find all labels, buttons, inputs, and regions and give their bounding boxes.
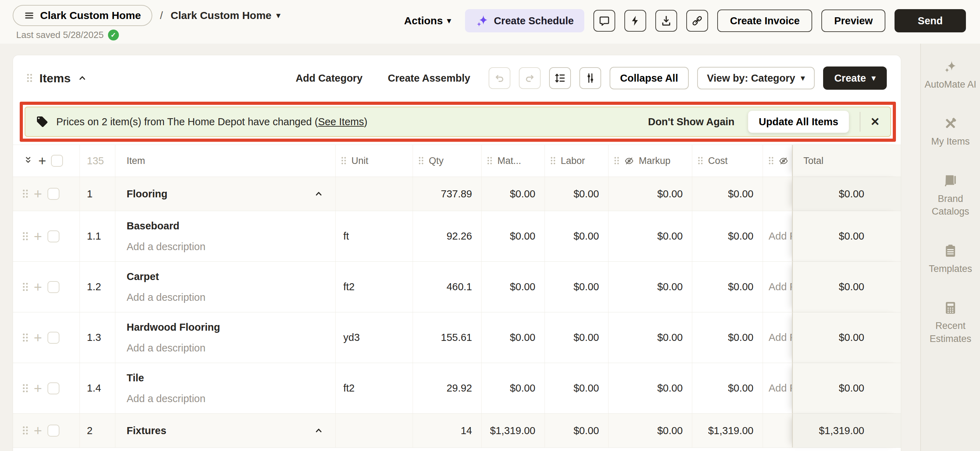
add-row-icon[interactable]: + (34, 381, 42, 395)
drag-handle-icon[interactable] (614, 157, 619, 165)
qty-cell[interactable]: 155.61 (413, 312, 482, 363)
redo-button[interactable] (519, 67, 541, 89)
create-schedule-button[interactable]: Create Schedule (465, 9, 584, 32)
drag-handle-icon[interactable] (551, 157, 556, 165)
drag-handle-icon[interactable] (27, 74, 32, 82)
cost-cell[interactable]: $0.00 (692, 211, 763, 261)
markup-cell[interactable]: $0.00 (609, 177, 692, 211)
collapse-section-icon[interactable] (78, 73, 87, 83)
price-cell[interactable]: Add Price (763, 363, 792, 413)
item-name[interactable]: Tile (127, 372, 144, 384)
material-cell[interactable]: $0.00 (482, 177, 545, 211)
create-invoice-button[interactable]: Create Invoice (717, 10, 812, 32)
collapse-all-button[interactable]: Collapse All (609, 67, 689, 89)
sidebar-item-recent-estimates[interactable]: Recent Estimates (922, 300, 978, 345)
column-header-qty[interactable]: Qty (413, 145, 482, 177)
expand-all-icon[interactable] (23, 156, 33, 166)
labor-cell[interactable]: $0.00 (545, 414, 609, 448)
labor-cell[interactable]: $0.00 (545, 177, 609, 211)
add-row-icon[interactable]: + (34, 280, 42, 294)
drag-handle-icon[interactable] (23, 384, 28, 393)
markup-cell[interactable]: $0.00 (609, 262, 692, 312)
row-checkbox[interactable] (48, 382, 59, 394)
drag-handle-icon[interactable] (23, 232, 28, 241)
view-by-select[interactable]: View by: Category ▾ (697, 67, 815, 89)
unit-cell[interactable]: ft2 (336, 363, 413, 413)
item-description[interactable]: Add a description (127, 292, 335, 303)
price-cell[interactable]: Add Price (763, 262, 792, 312)
qty-cell[interactable]: 737.89 (413, 177, 482, 211)
filter-button[interactable] (579, 67, 601, 89)
material-cell[interactable]: $0.00 (482, 363, 545, 413)
markup-cell[interactable]: $0.00 (609, 312, 692, 363)
column-header-cost[interactable]: Cost (692, 145, 763, 177)
cost-cell[interactable]: $0.00 (692, 177, 763, 211)
download-button[interactable] (655, 10, 677, 32)
update-all-items-button[interactable]: Update All Items (748, 110, 849, 133)
unit-cell[interactable]: yd3 (336, 312, 413, 363)
create-assembly-button[interactable]: Create Assembly (388, 72, 470, 84)
column-header-item[interactable]: Item (115, 145, 336, 177)
sidebar-item-my-items[interactable]: My Items (922, 116, 978, 148)
labor-cell[interactable]: $0.00 (545, 312, 609, 363)
collapse-caret-icon[interactable] (314, 426, 323, 435)
material-cell[interactable]: $1,319.00 (482, 414, 545, 448)
undo-button[interactable] (488, 67, 511, 89)
cost-cell[interactable]: $1,319.00 (692, 414, 763, 448)
see-items-link[interactable]: See Items (318, 116, 364, 127)
item-name[interactable]: Carpet (127, 271, 159, 282)
add-row-icon[interactable]: + (34, 229, 42, 244)
sidebar-item-templates[interactable]: Templates (922, 244, 978, 275)
create-button[interactable]: Create ▾ (823, 67, 887, 90)
actions-button[interactable]: Actions ▾ (404, 15, 451, 27)
material-cell[interactable]: $0.00 (482, 211, 545, 261)
sidebar-item-automate-ai[interactable]: AutoMate AI (922, 59, 978, 91)
drag-handle-icon[interactable] (769, 157, 774, 165)
row-checkbox[interactable] (48, 281, 59, 293)
cost-cell[interactable]: $0.00 (692, 363, 763, 413)
column-header-price[interactable] (763, 145, 792, 177)
breadcrumb[interactable]: Clark Custom Home ▾ (170, 10, 280, 21)
qty-cell[interactable]: 92.26 (413, 211, 482, 261)
cost-cell[interactable]: $0.00 (692, 312, 763, 363)
drag-handle-icon[interactable] (23, 333, 28, 342)
column-header-markup[interactable]: Markup (609, 145, 692, 177)
qty-cell[interactable]: 14 (413, 414, 482, 448)
row-checkbox[interactable] (48, 425, 59, 437)
add-item-header-icon[interactable]: + (38, 154, 46, 167)
project-menu-pill[interactable]: Clark Custom Home (13, 5, 152, 26)
comments-button[interactable] (593, 10, 615, 32)
preview-button[interactable]: Preview (821, 10, 885, 32)
item-description[interactable]: Add a description (127, 342, 335, 354)
automation-button[interactable] (624, 10, 646, 32)
material-cell[interactable]: $0.00 (482, 262, 545, 312)
drag-handle-icon[interactable] (23, 283, 28, 291)
item-description[interactable]: Add a description (127, 241, 335, 253)
item-name[interactable]: Flooring (127, 188, 167, 200)
qty-cell[interactable]: 29.92 (413, 363, 482, 413)
item-description[interactable]: Add a description (127, 393, 335, 405)
labor-cell[interactable]: $0.00 (545, 262, 609, 312)
send-button[interactable]: Send (894, 9, 966, 32)
close-icon[interactable]: ✕ (870, 116, 880, 127)
item-name[interactable]: Fixtures (127, 425, 166, 437)
markup-cell[interactable]: $0.00 (609, 363, 692, 413)
price-cell[interactable] (763, 414, 792, 448)
labor-cell[interactable]: $0.00 (545, 363, 609, 413)
unit-cell[interactable]: ft2 (336, 262, 413, 312)
unit-cell[interactable] (336, 177, 413, 211)
add-row-icon[interactable]: + (34, 187, 42, 201)
column-header-total[interactable]: Total (792, 145, 901, 177)
price-cell[interactable]: Add Price (763, 211, 792, 261)
column-header-labor[interactable]: Labor (545, 145, 609, 177)
cost-cell[interactable]: $0.00 (692, 262, 763, 312)
add-row-icon[interactable]: + (34, 424, 42, 438)
markup-cell[interactable]: $0.00 (609, 211, 692, 261)
sidebar-item-brand-catalogs[interactable]: Brand Catalogs (922, 174, 978, 218)
row-height-button[interactable] (549, 67, 571, 89)
add-category-button[interactable]: Add Category (296, 72, 362, 84)
markup-cell[interactable]: $0.00 (609, 414, 692, 448)
drag-handle-icon[interactable] (419, 157, 424, 165)
collapse-caret-icon[interactable] (314, 189, 323, 198)
drag-handle-icon[interactable] (342, 157, 347, 165)
